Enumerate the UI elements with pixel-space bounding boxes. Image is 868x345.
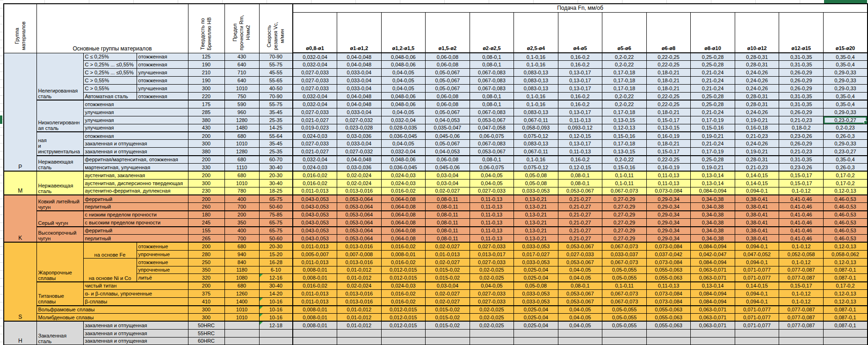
- feed-cell[interactable]: 0,053-0,067: [558, 258, 602, 266]
- feed-cell[interactable]: 0,05-0,067: [426, 77, 470, 85]
- material-label[interactable]: отожженная: [137, 77, 188, 85]
- feed-cell[interactable]: 0,016-0,02: [381, 290, 426, 298]
- feed-cell[interactable]: 0,083-0,13: [514, 85, 558, 93]
- feed-cell[interactable]: 0,067-0,083: [470, 69, 514, 77]
- strength-cell[interactable]: 680: [224, 156, 259, 164]
- hardness-cell[interactable]: 350: [188, 266, 224, 274]
- feed-cell[interactable]: 0,035-0,047: [426, 124, 470, 132]
- feed-cell[interactable]: 0,28-0,31: [735, 53, 779, 61]
- speed-cell[interactable]: 14-20: [259, 290, 293, 298]
- hardness-cell[interactable]: 250: [188, 258, 224, 266]
- speed-cell[interactable]: 25-35: [259, 116, 293, 124]
- feed-cell[interactable]: 0,28-0,31: [735, 100, 779, 108]
- speed-cell[interactable]: 40-50: [259, 85, 293, 93]
- feed-cell[interactable]: 0,032-0,04: [293, 156, 337, 164]
- feed-cell[interactable]: 0,35-0,4: [823, 92, 868, 100]
- speed-cell[interactable]: 35-45: [259, 140, 293, 148]
- feed-cell[interactable]: 0,13-0,21: [514, 219, 558, 227]
- feed-cell[interactable]: 0,015-0,02: [426, 274, 470, 282]
- feed-cell[interactable]: 0,35-0,4: [823, 100, 868, 108]
- material-label[interactable]: C > 0,55%: [83, 85, 137, 93]
- feed-cell[interactable]: 0,027-0,033: [293, 85, 337, 93]
- feed-cell[interactable]: [426, 329, 470, 337]
- feed-cell[interactable]: 0,01-0,012: [337, 313, 382, 321]
- hardness-cell[interactable]: 300: [188, 306, 224, 314]
- feed-cell[interactable]: 0,02-0,027: [426, 258, 470, 266]
- feed-cell[interactable]: 0,31-0,35: [779, 156, 824, 164]
- feed-cell[interactable]: 0,13-0,21: [514, 227, 558, 235]
- group-letter-M[interactable]: M: [4, 171, 36, 195]
- header-diameter-10[interactable]: ø10-ø12: [735, 12, 779, 53]
- feed-cell[interactable]: 0,04-0,05: [381, 85, 426, 93]
- strength-cell[interactable]: 640: [224, 77, 259, 85]
- feed-cell[interactable]: 0,04-0,053: [426, 116, 470, 124]
- feed-cell[interactable]: 0,17-0,18: [602, 108, 647, 116]
- material-label[interactable]: Автоматная сталь: [83, 92, 137, 100]
- speed-cell[interactable]: 65-75: [259, 227, 293, 235]
- feed-cell[interactable]: 0,34-0,38: [691, 195, 735, 203]
- feed-cell[interactable]: [470, 337, 514, 345]
- feed-cell[interactable]: 0,27-0,29: [602, 211, 647, 219]
- feed-cell[interactable]: 0,15-0,16: [602, 132, 647, 140]
- hardness-cell[interactable]: 320: [188, 274, 224, 282]
- feed-cell[interactable]: 0,23-0,27: [823, 148, 868, 156]
- material-label[interactable]: улучшенная: [83, 108, 188, 116]
- feed-cell[interactable]: 0,047-0,052: [735, 250, 779, 258]
- material-label[interactable]: закаленная и отпущенная: [83, 329, 188, 337]
- feed-cell[interactable]: 0,087-0,1: [823, 274, 868, 282]
- feed-cell[interactable]: 0,067-0,073: [602, 242, 647, 250]
- feed-cell[interactable]: 0,11-0,13: [470, 234, 514, 242]
- feed-cell[interactable]: 0,13-0,15: [602, 148, 647, 156]
- feed-cell[interactable]: [514, 329, 558, 337]
- feed-cell[interactable]: 0,05-0,08: [514, 171, 558, 179]
- feed-cell[interactable]: 0,067-0,083: [470, 140, 514, 148]
- material-label[interactable]: α- и β-сплавы, упрочненные: [83, 290, 188, 298]
- material-label[interactable]: Молибденовые сплавы: [36, 313, 188, 321]
- feed-cell[interactable]: 0,29-0,34: [646, 195, 691, 203]
- feed-cell[interactable]: 0,053-0,067: [558, 290, 602, 298]
- feed-cell[interactable]: 0,08-0,1: [470, 61, 514, 69]
- feed-cell[interactable]: 0,087-0,1: [823, 266, 868, 274]
- feed-cell[interactable]: 0,063-0,071: [691, 313, 735, 321]
- feed-cell[interactable]: 0,077-0,087: [779, 321, 824, 329]
- feed-cell[interactable]: 0,053-0,067: [470, 116, 514, 124]
- feed-cell[interactable]: 0,067-0,11: [514, 116, 558, 124]
- feed-cell[interactable]: 0,033-0,04: [337, 140, 382, 148]
- feed-cell[interactable]: 0,21-0,27: [558, 219, 602, 227]
- feed-cell[interactable]: 0,027-0,033: [558, 250, 602, 258]
- feed-cell[interactable]: 0,027-0,032: [337, 148, 382, 156]
- feed-cell[interactable]: 0,13-0,17: [558, 140, 602, 148]
- feed-cell[interactable]: 0,1-0,12: [779, 187, 824, 195]
- feed-cell[interactable]: 0,048-0,06: [381, 53, 426, 61]
- feed-cell[interactable]: 0,18-0,21: [646, 85, 691, 93]
- feed-cell[interactable]: 0,13-0,15: [602, 116, 647, 124]
- material-label[interactable]: C > 0,55%: [83, 77, 137, 85]
- feed-cell[interactable]: 0,46-0,53: [823, 211, 868, 219]
- feed-cell[interactable]: 0,31-0,35: [779, 92, 824, 100]
- feed-cell[interactable]: 0,24-0,26: [735, 77, 779, 85]
- feed-cell[interactable]: 0,075-0,12: [514, 132, 558, 140]
- speed-cell[interactable]: 70-90: [259, 92, 293, 100]
- feed-cell[interactable]: 0,053-0,067: [558, 298, 602, 306]
- strength-cell[interactable]: 840: [224, 258, 259, 266]
- feed-cell[interactable]: 0,17-0,2: [823, 171, 868, 179]
- feed-cell[interactable]: 0,02-0,027: [426, 298, 470, 306]
- material-label[interactable]: аустенитная, закаленная: [83, 171, 188, 179]
- hardness-cell[interactable]: 190: [188, 61, 224, 69]
- feed-cell[interactable]: 0,024-0,03: [381, 171, 426, 179]
- feed-cell[interactable]: 0,24-0,26: [735, 69, 779, 77]
- feed-cell[interactable]: 0,04-0,05: [558, 274, 602, 282]
- feed-cell[interactable]: 0,16-0,19: [646, 132, 691, 140]
- feed-cell[interactable]: 0,1-0,11: [602, 179, 647, 187]
- feed-cell[interactable]: 0,021-0,027: [293, 116, 337, 124]
- feed-cell[interactable]: 0,1-0,11: [602, 171, 647, 179]
- feed-cell[interactable]: 0,055-0,063: [646, 313, 691, 321]
- feed-cell[interactable]: 0,41-0,46: [779, 195, 824, 203]
- feed-cell[interactable]: 0,083-0,13: [514, 108, 558, 116]
- feed-cell[interactable]: 0,027-0,033: [470, 242, 514, 250]
- hardness-cell[interactable]: 380: [188, 148, 224, 156]
- feed-cell[interactable]: 0,38-0,41: [735, 203, 779, 211]
- feed-cell[interactable]: 0,03-0,036: [337, 132, 382, 140]
- feed-cell[interactable]: 0,11-0,13: [470, 203, 514, 211]
- feed-cell[interactable]: 0,23-0,26: [779, 163, 824, 171]
